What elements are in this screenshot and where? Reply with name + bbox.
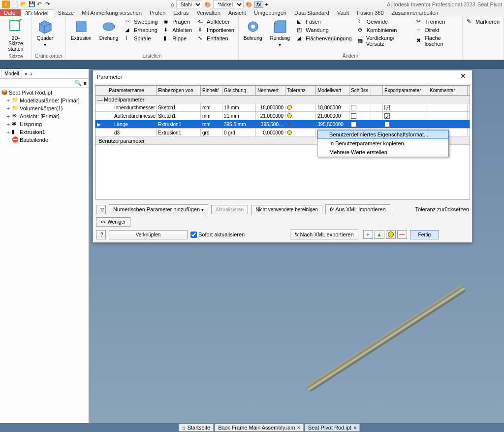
- tab-3d-model[interactable]: 3D-Modell: [21, 9, 54, 17]
- done-button[interactable]: Fertig: [410, 230, 440, 239]
- add-tab-icon[interactable]: +: [30, 71, 32, 77]
- search-icon[interactable]: 🔍: [75, 80, 82, 86]
- split-button[interactable]: ✂Trennen: [415, 18, 459, 26]
- thread-button[interactable]: ⌇Gewinde: [357, 18, 411, 26]
- doc-tab-home[interactable]: ⌂Startseite: [179, 424, 214, 432]
- thicken-button[interactable]: ▦Verdickung/ Versatz: [357, 34, 411, 47]
- undo-icon[interactable]: ↶: [37, 1, 44, 8]
- combine-button[interactable]: ⊕Kombinieren: [357, 26, 411, 34]
- cm-make-multi-value[interactable]: Mehrere Werte erstellen: [317, 148, 448, 157]
- material-dropdown-1[interactable]: Stahl: [176, 0, 202, 8]
- filter-button[interactable]: ▽: [96, 205, 106, 214]
- fillet-button[interactable]: Rundung▾: [268, 18, 292, 48]
- close-icon[interactable]: ×: [297, 425, 300, 431]
- tab-tools[interactable]: Extras: [169, 9, 192, 16]
- tol-minus-icon[interactable]: —: [397, 230, 407, 239]
- close-icon[interactable]: ×: [353, 425, 356, 431]
- home-icon[interactable]: ⌂: [171, 1, 174, 7]
- purge-unused-button[interactable]: Nicht verwendete bereinigen: [251, 205, 322, 214]
- tree-end-of-part[interactable]: ⛔Bauteilende: [1, 136, 88, 144]
- add-numeric-param-button[interactable]: Numerischen Parameter hinzufügen ▾: [109, 204, 208, 214]
- param-row[interactable]: AußendurchmesserSketch1mm21 mm21,0000002…: [95, 112, 470, 120]
- hole-button[interactable]: Bohrung: [242, 18, 264, 42]
- unfold-button[interactable]: ⤡Entfalten: [197, 34, 235, 42]
- col-unit[interactable]: Einheit/: [201, 86, 222, 95]
- tab-manage[interactable]: Verwalten: [193, 9, 224, 16]
- material-dropdown-2[interactable]: *Nickel: [213, 0, 244, 8]
- close-tab-icon[interactable]: ×: [24, 71, 27, 77]
- less-button[interactable]: << Weniger: [96, 217, 130, 227]
- chamfer-button[interactable]: ◣Fasen: [296, 18, 353, 26]
- cm-copy-to-user-param[interactable]: In Benutzerparameter kopieren: [317, 139, 448, 148]
- save-icon[interactable]: 💾: [29, 1, 35, 8]
- tab-environments[interactable]: Umgebungen: [250, 9, 290, 16]
- col-exportparam[interactable]: Exportparameter: [383, 86, 428, 95]
- tree-root[interactable]: 📦Seat Pivot Rod.ipt: [1, 89, 88, 97]
- import-button[interactable]: ⇩Importieren: [197, 26, 235, 34]
- auto-refresh-checkbox[interactable]: Sofort aktualisieren: [190, 232, 245, 238]
- emboss-button[interactable]: ◉Prägen: [162, 18, 193, 26]
- menu-icon[interactable]: ≡: [84, 80, 87, 86]
- extrude-button[interactable]: Extrusion: [69, 18, 94, 42]
- col-parametername[interactable]: Parametername: [107, 86, 157, 95]
- col-modelvalue[interactable]: Modellwert: [316, 86, 349, 95]
- col-export-icon[interactable]: [371, 86, 383, 95]
- export-xml-button[interactable]: fx Nach XML exportieren: [290, 230, 358, 239]
- tab-fusion360[interactable]: Fusion 360: [353, 9, 387, 16]
- link-button[interactable]: Verknüpfen: [109, 230, 188, 239]
- tab-inspect[interactable]: Prüfen: [146, 9, 169, 16]
- decal-button[interactable]: 🏷Aufkleber: [197, 18, 235, 26]
- tol-triangle-icon[interactable]: ▲: [375, 230, 384, 239]
- tree-view[interactable]: +👁Ansicht: [Primär]: [1, 112, 88, 120]
- tab-file[interactable]: Datei: [0, 9, 21, 16]
- tab-data-standard[interactable]: Data Standard: [290, 9, 333, 16]
- doc-tab-part[interactable]: Seat Pivot Rod.ipt×: [305, 424, 360, 432]
- param-row[interactable]: ▶LängeExtrusion1mm395,5 mm395,500…395,50…: [95, 120, 470, 129]
- sweep-button[interactable]: 〰Sweeping: [124, 18, 158, 26]
- refresh-button[interactable]: Aktualisieren: [211, 205, 248, 214]
- loft-button[interactable]: ◢Erhebung: [124, 26, 158, 34]
- tree-origin[interactable]: +✱Ursprung: [1, 120, 88, 128]
- col-tolerance[interactable]: Toleranz: [285, 86, 316, 95]
- color-swatch-icon-2[interactable]: 🎨: [246, 1, 252, 8]
- direct-button[interactable]: ↔Direkt: [415, 26, 459, 34]
- tab-annotate[interactable]: Mit Anmerkung versehen: [78, 9, 146, 16]
- cm-custom-property-format[interactable]: Benutzerdefiniertes Eigenschaftsformat..…: [317, 130, 448, 139]
- tree-extrusion1[interactable]: +▮Extrusion1: [1, 128, 88, 136]
- draft-button[interactable]: ◢Flächenverjüngung: [296, 34, 353, 42]
- rib-button[interactable]: ▮Rippe: [162, 34, 193, 42]
- col-equation[interactable]: Gleichung: [222, 86, 256, 95]
- col-key[interactable]: Schlüss: [349, 86, 371, 95]
- browser-tab-model[interactable]: Modell: [1, 70, 22, 77]
- mark-button[interactable]: ✎Markieren: [466, 18, 501, 26]
- shell-button[interactable]: ◰Wandung: [296, 26, 353, 34]
- param-row[interactable]: InnendurchmesserSketch1mm18 mm18,0000001…: [95, 103, 470, 112]
- section-model-params[interactable]: —Modellparameter: [95, 96, 470, 103]
- fx-parameters-button[interactable]: fx: [254, 1, 263, 8]
- tab-collaborate[interactable]: Zusammenarbeiten: [388, 9, 442, 16]
- doc-tab-assembly[interactable]: Back Frame Main Assembly.iam×: [215, 424, 304, 432]
- new-icon[interactable]: 📄: [12, 1, 19, 8]
- box-button[interactable]: Quader▾: [35, 18, 55, 48]
- tab-vault[interactable]: Vault: [333, 9, 353, 16]
- coil-button[interactable]: ⌇Spirale: [124, 34, 158, 42]
- tol-circle-icon[interactable]: [386, 230, 396, 239]
- help-button[interactable]: ?: [96, 230, 106, 239]
- plus-icon[interactable]: +: [265, 1, 268, 7]
- tree-solid-bodies[interactable]: +📁Volumenkörper(1): [1, 104, 88, 112]
- tol-plus-icon[interactable]: +: [363, 230, 373, 239]
- col-comment[interactable]: Kommentar: [428, 86, 468, 95]
- tab-view[interactable]: Ansicht: [224, 9, 250, 16]
- start-2d-sketch-button[interactable]: 2D-Skizze starten: [3, 18, 29, 53]
- tree-model-states[interactable]: +📁Modellzustände: [Primär]: [1, 97, 88, 104]
- color-swatch-icon[interactable]: 🎨: [204, 1, 211, 8]
- model-rod[interactable]: [306, 284, 504, 432]
- import-xml-button[interactable]: fx Aus XML importieren: [325, 204, 390, 214]
- col-nominal[interactable]: Nennwert: [256, 86, 285, 95]
- delete-face-button[interactable]: ✖Fläche löschen: [415, 34, 459, 47]
- derive-button[interactable]: ⬇Ableiten: [162, 26, 193, 34]
- dialog-close-button[interactable]: ✕: [458, 72, 468, 82]
- col-consumedby[interactable]: Einbezogen von: [157, 86, 201, 95]
- redo-icon[interactable]: ↷: [45, 1, 52, 8]
- revolve-button[interactable]: Drehung: [97, 18, 120, 42]
